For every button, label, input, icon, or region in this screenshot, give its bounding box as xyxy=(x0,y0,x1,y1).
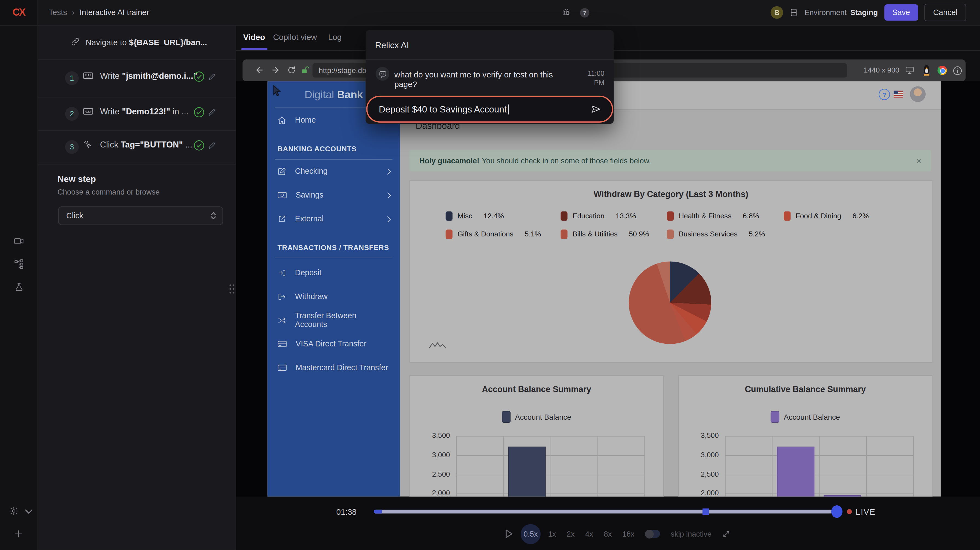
fullscreen-icon[interactable] xyxy=(722,529,731,538)
bank-app-page: Digital Bank Home BANKING ACCOUNTS xyxy=(267,81,940,496)
play-icon[interactable] xyxy=(505,529,513,539)
account-balance-card: Account Balance Summary Account Balance … xyxy=(409,375,663,496)
chevron-right-icon xyxy=(385,168,391,175)
flask-icon[interactable] xyxy=(14,282,24,292)
mouse-cursor-icon xyxy=(273,85,283,96)
legend-swatch xyxy=(667,211,674,220)
toggle-knob xyxy=(645,529,654,538)
cancel-button[interactable]: Cancel xyxy=(924,4,966,21)
bank-nav-deposit[interactable]: Deposit xyxy=(267,261,400,285)
chevron-down-icon[interactable] xyxy=(25,509,32,514)
bank-nav-transfer[interactable]: Transfer Between Accounts xyxy=(267,308,400,332)
save-button[interactable]: Save xyxy=(884,5,918,21)
bank-nav-visa-transfer[interactable]: VISA Direct Transfer xyxy=(267,332,400,356)
speed-2x-button[interactable]: 2x xyxy=(566,529,574,538)
resolution-label: 1440 x 900 xyxy=(864,66,899,73)
bar-plot xyxy=(457,436,644,496)
tab-video[interactable]: Video xyxy=(243,33,265,42)
alert-banner: Holy guacamole! You should check in on s… xyxy=(409,150,931,172)
legend-swatch xyxy=(667,229,674,239)
step-row-2[interactable]: 2 Write "Demo123!" in ... xyxy=(38,98,235,130)
ai-prompt-input[interactable]: Deposit $40 to Savings Account xyxy=(366,96,613,123)
cursor-click-icon xyxy=(83,140,92,150)
navigate-step[interactable]: Navigate to ${BASE_URL}/ban... xyxy=(38,25,235,59)
sitemap-icon[interactable] xyxy=(14,259,24,269)
new-step-title: New step xyxy=(57,174,96,184)
bank-nav-external[interactable]: External xyxy=(267,207,400,231)
us-flag-icon[interactable] xyxy=(894,91,903,97)
video-viewport[interactable]: Digital Bank Home BANKING ACCOUNTS xyxy=(236,81,980,496)
app-logo[interactable]: CX xyxy=(0,0,38,25)
legend-item: Bills & Utilities50.9% xyxy=(560,228,667,240)
seek-knob[interactable] xyxy=(831,505,842,518)
skip-inactive-label: skip inactive xyxy=(671,529,711,538)
topbar-right: B Environment Staging Save Cancel xyxy=(771,0,966,25)
speed-0-5x-button[interactable]: 0.5x xyxy=(520,524,541,544)
bank-user-avatar[interactable] xyxy=(910,86,926,102)
edit-pencil-icon[interactable] xyxy=(208,108,216,117)
alert-bold-text: Holy guacamole! xyxy=(420,156,479,165)
breadcrumb: Tests › Interactive AI trainer xyxy=(49,0,149,25)
speed-1x-button[interactable]: 1x xyxy=(548,529,556,538)
divider xyxy=(38,164,235,164)
send-icon[interactable] xyxy=(590,105,601,114)
info-icon[interactable] xyxy=(952,66,963,76)
topbar-center-icons: ? xyxy=(562,0,590,25)
monitor-icon[interactable] xyxy=(905,66,915,75)
edit-pencil-icon[interactable] xyxy=(208,142,216,150)
speed-4x-button[interactable]: 4x xyxy=(585,529,593,538)
chat-bot-icon xyxy=(376,67,390,81)
legend-swatch xyxy=(502,411,511,423)
sign-out-icon xyxy=(278,293,286,301)
skip-inactive-toggle[interactable] xyxy=(645,530,660,538)
tab-copilot-view[interactable]: Copilot view xyxy=(273,33,317,42)
bank-nav-withdraw[interactable]: Withdraw xyxy=(267,285,400,308)
credit-card-icon xyxy=(278,364,287,371)
player-controls: 0.5x 1x 2x 4x 8x 16x skip inactive xyxy=(505,524,731,544)
edit-pencil-icon[interactable] xyxy=(208,73,216,81)
seek-bar[interactable] xyxy=(374,510,833,513)
legend-swatch xyxy=(560,229,567,239)
seek-played-segment xyxy=(374,510,382,513)
bank-nav-checking[interactable]: Checking xyxy=(267,159,400,183)
gear-icon[interactable] xyxy=(9,506,19,516)
help-icon[interactable]: ? xyxy=(580,8,589,17)
back-icon[interactable] xyxy=(255,66,264,75)
step-row-3[interactable]: 3 Click Tag="BUTTON" ... xyxy=(38,130,235,164)
chevron-right-icon xyxy=(385,216,391,222)
ai-prompt-value: Deposit $40 to Savings Account xyxy=(379,104,509,115)
external-link-icon xyxy=(278,215,286,223)
refresh-icon[interactable] xyxy=(287,66,296,75)
bar xyxy=(777,446,814,496)
legend-item: Business Services5.2% xyxy=(667,228,784,240)
bank-nav-savings[interactable]: Savings xyxy=(267,183,400,207)
pie-chart xyxy=(628,261,711,344)
speed-8x-button[interactable]: 8x xyxy=(604,529,612,538)
environment-value[interactable]: Staging xyxy=(850,8,878,17)
bank-help-icon[interactable]: ? xyxy=(879,89,890,100)
video-camera-icon[interactable] xyxy=(14,236,24,246)
speed-16x-button[interactable]: 16x xyxy=(622,529,635,538)
alert-close-icon[interactable]: × xyxy=(916,156,921,166)
seek-marker[interactable] xyxy=(702,508,709,515)
tab-log[interactable]: Log xyxy=(328,33,342,42)
bank-section-transactions: TRANSACTIONS / TRANSFERS xyxy=(267,241,400,254)
legend-swatch xyxy=(784,211,791,220)
live-label: LIVE xyxy=(856,507,876,517)
add-step-icon[interactable] xyxy=(14,529,23,539)
legend-item: Health & Fitness6.8% xyxy=(667,210,784,222)
divider xyxy=(275,258,393,258)
command-select[interactable]: Click xyxy=(58,206,223,225)
app-window: CX Tests › Interactive AI trainer ? B En… xyxy=(0,0,980,550)
step-row-1[interactable]: 1 Write "jsmith@demo.i..." xyxy=(38,59,235,97)
legend-item: Food & Dining6.2% xyxy=(784,210,896,222)
alert-text: You should check in on some of those fie… xyxy=(482,156,651,165)
bug-icon[interactable] xyxy=(562,7,571,18)
breadcrumb-tests-link[interactable]: Tests xyxy=(49,8,67,17)
breadcrumb-separator: › xyxy=(72,8,75,17)
forward-icon[interactable] xyxy=(271,66,280,75)
bank-nav-mastercard-transfer[interactable]: Mastercard Direct Transfer xyxy=(267,356,400,380)
user-avatar[interactable]: B xyxy=(771,6,783,19)
panel-resize-handle[interactable] xyxy=(229,283,236,295)
keyboard-icon xyxy=(83,72,93,79)
